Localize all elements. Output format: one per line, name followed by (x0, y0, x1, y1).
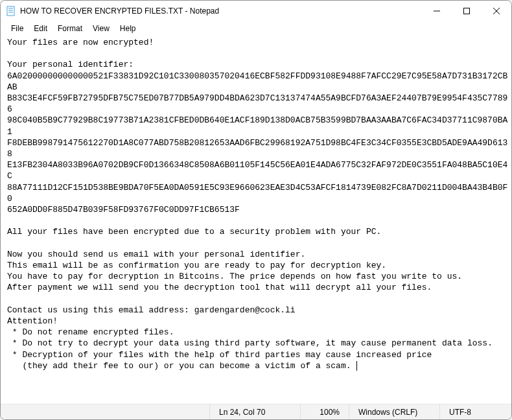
svg-rect-0 (7, 6, 14, 16)
status-spacer (1, 404, 210, 419)
svg-rect-5 (464, 8, 470, 14)
notepad-window: HOW TO RECOVER ENCRYPTED FILES.TXT - Not… (0, 0, 512, 420)
statusbar: Ln 24, Col 70 100% Windows (CRLF) UTF-8 (1, 404, 511, 419)
status-zoom: 100% (301, 404, 349, 419)
window-controls (422, 1, 511, 21)
notepad-icon (6, 6, 16, 16)
menubar: File Edit Format View Help (1, 21, 511, 36)
text-caret (356, 361, 357, 371)
menu-file[interactable]: File (6, 23, 29, 34)
menu-help[interactable]: Help (115, 23, 141, 34)
text-area[interactable]: Your files are now encrypted! Your perso… (1, 36, 511, 404)
maximize-button[interactable] (452, 1, 482, 21)
status-encoding: UTF-8 (440, 404, 511, 419)
document-text: Your files are now encrypted! Your perso… (7, 38, 507, 371)
menu-edit[interactable]: Edit (29, 23, 52, 34)
titlebar[interactable]: HOW TO RECOVER ENCRYPTED FILES.TXT - Not… (1, 1, 511, 21)
status-line-ending: Windows (CRLF) (349, 404, 440, 419)
minimize-button[interactable] (422, 1, 452, 21)
menu-view[interactable]: View (87, 23, 115, 34)
status-position: Ln 24, Col 70 (210, 404, 301, 419)
window-title: HOW TO RECOVER ENCRYPTED FILES.TXT - Not… (20, 6, 422, 16)
menu-format[interactable]: Format (52, 23, 87, 34)
close-button[interactable] (482, 1, 511, 21)
